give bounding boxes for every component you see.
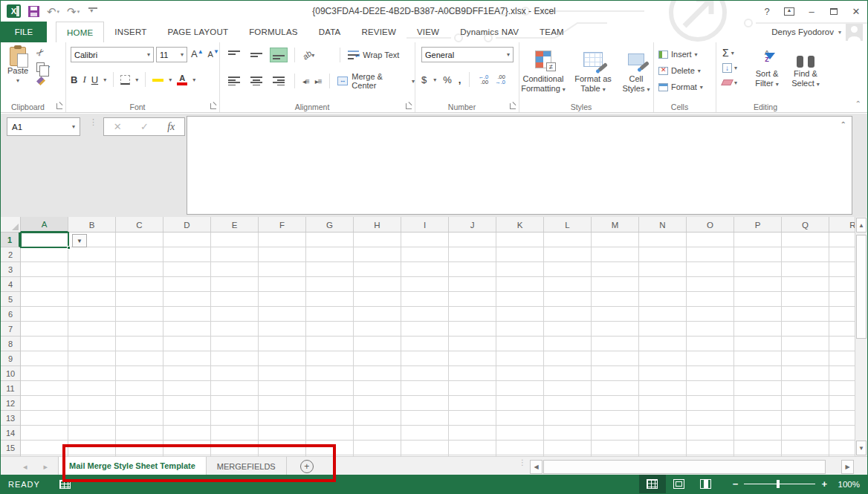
redo-dropdown-icon[interactable]: ▾	[77, 9, 80, 14]
wrap-text-button[interactable]: Wrap Text	[348, 51, 399, 59]
tab-home[interactable]: HOME	[56, 22, 104, 42]
collapse-ribbon-icon[interactable]: ⌃	[855, 100, 861, 108]
redo-button[interactable]: ↷▾	[67, 6, 80, 17]
row-header-9[interactable]: 9	[1, 351, 20, 366]
underline-button[interactable]: U	[91, 74, 98, 85]
merge-center-dropdown-icon[interactable]: ▾	[412, 78, 415, 85]
orientation-button[interactable]: ab▾	[302, 51, 314, 59]
row-header-15[interactable]: 15	[1, 441, 20, 455]
formula-bar-input[interactable]	[187, 116, 852, 215]
row-header-12[interactable]: 12	[1, 396, 20, 411]
cells-area[interactable]	[21, 233, 855, 456]
horizontal-scroll-thumb[interactable]	[543, 460, 826, 474]
new-sheet-button[interactable]: +	[300, 460, 314, 473]
font-size-combo[interactable]: 11▾	[156, 47, 187, 62]
bottom-align-button[interactable]	[271, 48, 287, 62]
close-button[interactable]: ✕	[845, 1, 867, 22]
find-select-button[interactable]: Find & Select ▾	[788, 47, 823, 89]
column-header-O[interactable]: O	[687, 217, 734, 233]
ribbon-display-options-button[interactable]: ▲	[778, 1, 800, 22]
tab-formulas[interactable]: FORMULAS	[239, 22, 308, 42]
currency-button[interactable]: $	[421, 74, 427, 85]
tab-data[interactable]: DATA	[308, 22, 352, 42]
column-header-K[interactable]: K	[496, 217, 544, 233]
number-format-dropdown-icon[interactable]: ▾	[507, 51, 510, 58]
tab-insert[interactable]: INSERT	[104, 22, 157, 42]
macro-record-icon[interactable]	[59, 480, 71, 489]
sort-filter-button[interactable]: AZ Sort & Filter ▾	[749, 47, 785, 89]
collapse-formula-bar-icon[interactable]: ⌃	[841, 120, 846, 129]
row-header-2[interactable]: 2	[1, 247, 20, 262]
column-header-F[interactable]: F	[259, 217, 306, 233]
fill-handle[interactable]	[67, 246, 71, 250]
font-size-dropdown-icon[interactable]: ▾	[181, 51, 184, 58]
zoom-in-button[interactable]: +	[821, 479, 827, 489]
top-align-button[interactable]	[226, 48, 242, 62]
horizontal-scrollbar[interactable]: ◀ ▶	[530, 460, 854, 474]
format-dropdown-icon[interactable]: ▾	[700, 84, 703, 91]
enter-icon[interactable]: ✓	[140, 121, 149, 132]
column-header-R[interactable]: R	[829, 217, 855, 233]
paste-dropdown-icon[interactable]: ▾	[16, 77, 19, 84]
increase-font-size-button[interactable]: A▲	[191, 48, 204, 59]
page-break-view-button[interactable]	[693, 475, 719, 493]
row-header-5[interactable]: 5	[1, 292, 20, 307]
undo-dropdown-icon[interactable]: ▾	[57, 9, 60, 14]
delete-button[interactable]: Delete▾	[658, 64, 716, 77]
number-dialog-launcher-icon[interactable]	[510, 103, 516, 109]
tab-team[interactable]: TEAM	[529, 22, 574, 42]
zoom-level[interactable]: 100%	[836, 480, 867, 489]
increase-decimal-button[interactable]: ←.0.00	[478, 74, 488, 85]
copy-button[interactable]: ▾	[36, 62, 50, 72]
align-right-button[interactable]	[271, 74, 287, 88]
tab-file[interactable]: FILE	[1, 22, 47, 42]
column-header-E[interactable]: E	[211, 217, 259, 233]
row-header-14[interactable]: 14	[1, 426, 20, 441]
clear-button[interactable]: ▾	[722, 77, 737, 88]
minimize-button[interactable]: –	[800, 1, 823, 22]
column-header-G[interactable]: G	[306, 217, 354, 233]
number-format-combo[interactable]: General▾	[421, 47, 514, 62]
normal-view-button[interactable]	[639, 475, 666, 493]
paste-button[interactable]: Paste ▾	[4, 47, 32, 84]
user-dropdown-icon[interactable]: ▾	[838, 29, 841, 36]
column-header-I[interactable]: I	[401, 217, 449, 233]
bold-button[interactable]: B	[71, 74, 77, 85]
tab-dynamics-nav[interactable]: Dynamics NAV	[450, 22, 529, 42]
underline-dropdown-icon[interactable]: ▾	[103, 77, 106, 83]
user-account[interactable]: Denys Fyodorov ▾	[771, 22, 867, 42]
fill-color-button[interactable]	[152, 78, 163, 82]
name-box[interactable]: A1▾	[7, 117, 80, 136]
align-center-button[interactable]	[248, 74, 265, 88]
selected-cell[interactable]	[20, 232, 69, 248]
row-header-7[interactable]: 7	[1, 322, 20, 337]
user-avatar[interactable]	[846, 24, 863, 41]
decrease-indent-button[interactable]: ◂≡	[302, 77, 309, 85]
vertical-scroll-thumb[interactable]	[856, 235, 867, 339]
help-button[interactable]: ?	[756, 1, 778, 22]
row-header-8[interactable]: 8	[1, 337, 20, 351]
cancel-icon[interactable]: ✕	[114, 121, 122, 132]
undo-button[interactable]: ↶▾	[47, 6, 59, 17]
column-header-A[interactable]: A	[21, 217, 68, 233]
column-header-C[interactable]: C	[116, 217, 163, 233]
zoom-slider-thumb[interactable]	[777, 480, 780, 488]
alignment-dialog-launcher-icon[interactable]	[406, 103, 412, 109]
prev-sheet-icon[interactable]: ◂	[23, 462, 27, 472]
vertical-scrollbar[interactable]: ▲ ▼	[855, 217, 867, 456]
format-button[interactable]: Format▾	[658, 80, 716, 94]
column-header-N[interactable]: N	[639, 217, 687, 233]
conditional-formatting-dropdown-icon[interactable]: ▾	[563, 86, 566, 93]
font-color-button[interactable]: A	[177, 74, 187, 85]
next-sheet-icon[interactable]: ▸	[44, 462, 48, 472]
insert-function-icon[interactable]: fx	[167, 121, 175, 133]
row-header-6[interactable]: 6	[1, 307, 20, 322]
row-header-4[interactable]: 4	[1, 277, 20, 292]
save-icon[interactable]	[28, 6, 39, 17]
scroll-left-icon[interactable]: ◀	[530, 460, 542, 474]
autosum-dropdown-icon[interactable]: ▾	[731, 50, 734, 56]
zoom-slider[interactable]	[744, 484, 815, 484]
delete-dropdown-icon[interactable]: ▾	[698, 68, 701, 74]
format-as-table-dropdown-icon[interactable]: ▾	[603, 86, 606, 93]
decrease-decimal-button[interactable]: .00→.0	[495, 74, 505, 85]
